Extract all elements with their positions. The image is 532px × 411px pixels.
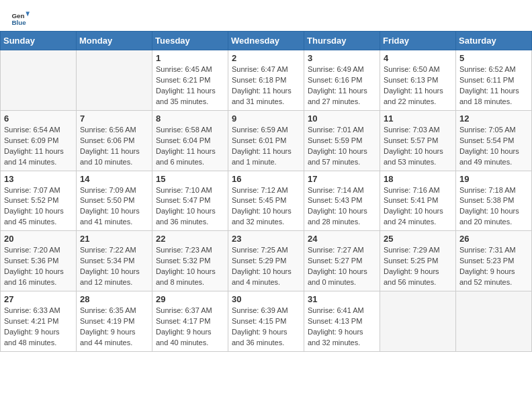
- day-info: Sunrise: 6:35 AM Sunset: 4:19 PM Dayligh…: [80, 306, 148, 349]
- day-info: Sunrise: 7:12 AM Sunset: 5:45 PM Dayligh…: [232, 185, 300, 228]
- day-info: Sunrise: 6:39 AM Sunset: 4:15 PM Dayligh…: [232, 306, 300, 349]
- calendar-cell: 27Sunrise: 6:33 AM Sunset: 4:21 PM Dayli…: [1, 291, 77, 352]
- day-info: Sunrise: 7:29 AM Sunset: 5:25 PM Dayligh…: [384, 245, 452, 288]
- day-number: 8: [156, 113, 224, 124]
- day-info: Sunrise: 7:23 AM Sunset: 5:32 PM Dayligh…: [156, 245, 224, 288]
- day-number: 4: [384, 53, 452, 63]
- day-number: 1: [156, 53, 224, 63]
- day-info: Sunrise: 7:09 AM Sunset: 5:50 PM Dayligh…: [80, 185, 148, 228]
- calendar-week-row: 6Sunrise: 6:54 AM Sunset: 6:09 PM Daylig…: [1, 110, 532, 171]
- day-number: 18: [384, 174, 452, 184]
- day-number: 22: [156, 234, 224, 244]
- calendar-cell: 15Sunrise: 7:10 AM Sunset: 5:47 PM Dayli…: [152, 171, 228, 231]
- day-number: 3: [308, 53, 376, 63]
- calendar-header-row: SundayMondayTuesdayWednesdayThursdayFrid…: [1, 32, 532, 50]
- calendar-cell: 20Sunrise: 7:20 AM Sunset: 5:36 PM Dayli…: [1, 231, 77, 291]
- logo-icon: Gen Blue: [11, 8, 30, 27]
- day-number: 9: [232, 113, 300, 124]
- calendar-week-row: 27Sunrise: 6:33 AM Sunset: 4:21 PM Dayli…: [1, 291, 532, 352]
- day-info: Sunrise: 7:20 AM Sunset: 5:36 PM Dayligh…: [4, 245, 73, 288]
- calendar-cell: [456, 291, 532, 352]
- calendar-cell: 13Sunrise: 7:07 AM Sunset: 5:52 PM Dayli…: [1, 171, 77, 231]
- calendar-cell: 21Sunrise: 7:22 AM Sunset: 5:34 PM Dayli…: [77, 231, 152, 291]
- day-number: 24: [308, 234, 376, 244]
- day-number: 10: [308, 113, 376, 124]
- calendar-cell: [77, 50, 152, 111]
- calendar-week-row: 1Sunrise: 6:45 AM Sunset: 6:21 PM Daylig…: [1, 50, 532, 111]
- calendar-cell: 12Sunrise: 7:05 AM Sunset: 5:54 PM Dayli…: [456, 110, 532, 171]
- calendar-cell: 24Sunrise: 7:27 AM Sunset: 5:27 PM Dayli…: [304, 231, 380, 291]
- svg-text:Blue: Blue: [11, 19, 26, 26]
- day-info: Sunrise: 6:50 AM Sunset: 6:13 PM Dayligh…: [384, 64, 452, 107]
- day-number: 31: [308, 294, 376, 304]
- calendar-cell: 22Sunrise: 7:23 AM Sunset: 5:32 PM Dayli…: [152, 231, 228, 291]
- calendar-cell: 3Sunrise: 6:49 AM Sunset: 6:16 PM Daylig…: [304, 50, 380, 111]
- day-number: 25: [384, 234, 452, 244]
- day-number: 16: [232, 174, 300, 184]
- day-info: Sunrise: 6:37 AM Sunset: 4:17 PM Dayligh…: [156, 306, 224, 349]
- day-number: 6: [4, 113, 73, 124]
- day-number: 7: [80, 113, 148, 124]
- day-of-week-header: Tuesday: [152, 32, 228, 50]
- calendar-cell: 11Sunrise: 7:03 AM Sunset: 5:57 PM Dayli…: [380, 110, 456, 171]
- day-number: 23: [232, 234, 300, 244]
- day-info: Sunrise: 7:14 AM Sunset: 5:43 PM Dayligh…: [308, 185, 376, 228]
- calendar-cell: 9Sunrise: 6:59 AM Sunset: 6:01 PM Daylig…: [228, 110, 304, 171]
- calendar-cell: 19Sunrise: 7:18 AM Sunset: 5:38 PM Dayli…: [456, 171, 532, 231]
- day-number: 27: [4, 294, 73, 304]
- day-info: Sunrise: 7:16 AM Sunset: 5:41 PM Dayligh…: [384, 185, 452, 228]
- calendar-cell: 5Sunrise: 6:52 AM Sunset: 6:11 PM Daylig…: [456, 50, 532, 111]
- calendar-cell: 30Sunrise: 6:39 AM Sunset: 4:15 PM Dayli…: [228, 291, 304, 352]
- day-info: Sunrise: 6:54 AM Sunset: 6:09 PM Dayligh…: [4, 125, 73, 168]
- calendar-cell: 25Sunrise: 7:29 AM Sunset: 5:25 PM Dayli…: [380, 231, 456, 291]
- day-info: Sunrise: 6:47 AM Sunset: 6:18 PM Dayligh…: [232, 64, 300, 107]
- day-number: 5: [459, 53, 528, 63]
- day-of-week-header: Monday: [77, 32, 152, 50]
- day-number: 12: [459, 113, 528, 124]
- day-number: 20: [4, 234, 73, 244]
- day-number: 29: [156, 294, 224, 304]
- day-of-week-header: Wednesday: [228, 32, 304, 50]
- calendar-cell: 29Sunrise: 6:37 AM Sunset: 4:17 PM Dayli…: [152, 291, 228, 352]
- day-of-week-header: Sunday: [1, 32, 77, 50]
- calendar-cell: 6Sunrise: 6:54 AM Sunset: 6:09 PM Daylig…: [1, 110, 77, 171]
- day-number: 21: [80, 234, 148, 244]
- calendar-cell: 31Sunrise: 6:41 AM Sunset: 4:13 PM Dayli…: [304, 291, 380, 352]
- day-info: Sunrise: 7:03 AM Sunset: 5:57 PM Dayligh…: [384, 125, 452, 168]
- calendar-cell: 2Sunrise: 6:47 AM Sunset: 6:18 PM Daylig…: [228, 50, 304, 111]
- logo: Gen Blue: [11, 8, 32, 27]
- calendar-cell: 4Sunrise: 6:50 AM Sunset: 6:13 PM Daylig…: [380, 50, 456, 111]
- calendar-cell: 1Sunrise: 6:45 AM Sunset: 6:21 PM Daylig…: [152, 50, 228, 111]
- day-info: Sunrise: 6:33 AM Sunset: 4:21 PM Dayligh…: [4, 306, 73, 349]
- calendar-cell: 28Sunrise: 6:35 AM Sunset: 4:19 PM Dayli…: [77, 291, 152, 352]
- day-info: Sunrise: 6:58 AM Sunset: 6:04 PM Dayligh…: [156, 125, 224, 168]
- page-header: Gen Blue: [0, 0, 532, 31]
- day-info: Sunrise: 7:22 AM Sunset: 5:34 PM Dayligh…: [80, 245, 148, 288]
- calendar-cell: 23Sunrise: 7:25 AM Sunset: 5:29 PM Dayli…: [228, 231, 304, 291]
- calendar-cell: 18Sunrise: 7:16 AM Sunset: 5:41 PM Dayli…: [380, 171, 456, 231]
- svg-marker-2: [26, 12, 30, 17]
- calendar-cell: 26Sunrise: 7:31 AM Sunset: 5:23 PM Dayli…: [456, 231, 532, 291]
- day-number: 2: [232, 53, 300, 63]
- day-info: Sunrise: 7:01 AM Sunset: 5:59 PM Dayligh…: [308, 125, 376, 168]
- day-info: Sunrise: 7:10 AM Sunset: 5:47 PM Dayligh…: [156, 185, 224, 228]
- day-info: Sunrise: 7:27 AM Sunset: 5:27 PM Dayligh…: [308, 245, 376, 288]
- calendar-week-row: 20Sunrise: 7:20 AM Sunset: 5:36 PM Dayli…: [1, 231, 532, 291]
- day-number: 11: [384, 113, 452, 124]
- calendar-cell: 10Sunrise: 7:01 AM Sunset: 5:59 PM Dayli…: [304, 110, 380, 171]
- day-info: Sunrise: 6:52 AM Sunset: 6:11 PM Dayligh…: [459, 64, 528, 107]
- day-info: Sunrise: 7:05 AM Sunset: 5:54 PM Dayligh…: [459, 125, 528, 168]
- calendar-cell: [380, 291, 456, 352]
- day-info: Sunrise: 6:45 AM Sunset: 6:21 PM Dayligh…: [156, 64, 224, 107]
- day-info: Sunrise: 7:25 AM Sunset: 5:29 PM Dayligh…: [232, 245, 300, 288]
- calendar-cell: [1, 50, 77, 111]
- day-number: 19: [459, 174, 528, 184]
- day-info: Sunrise: 6:49 AM Sunset: 6:16 PM Dayligh…: [308, 64, 376, 107]
- calendar-cell: 14Sunrise: 7:09 AM Sunset: 5:50 PM Dayli…: [77, 171, 152, 231]
- day-of-week-header: Saturday: [456, 32, 532, 50]
- day-number: 28: [80, 294, 148, 304]
- day-number: 13: [4, 174, 73, 184]
- calendar-cell: 16Sunrise: 7:12 AM Sunset: 5:45 PM Dayli…: [228, 171, 304, 231]
- day-number: 15: [156, 174, 224, 184]
- day-info: Sunrise: 7:07 AM Sunset: 5:52 PM Dayligh…: [4, 185, 73, 228]
